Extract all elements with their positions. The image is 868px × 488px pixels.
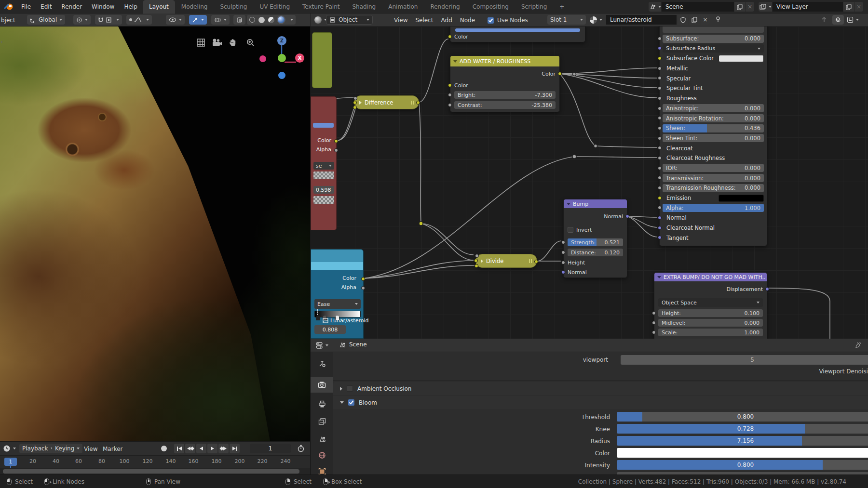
subsurface-radius-dropdown[interactable]: Subsurface Radius [663,44,764,53]
expand-icon[interactable] [359,101,362,105]
subsurface-slider[interactable]: Subsurface:0.000 [663,35,764,43]
interpolation-dropdown[interactable]: se [313,162,334,170]
socket[interactable] [658,76,662,80]
tab-texture-paint[interactable]: Texture Paint [296,0,346,13]
ambient-occlusion-checkbox[interactable] [347,385,353,392]
socket[interactable] [658,166,662,170]
socket[interactable] [658,86,662,90]
use-nodes-toggle[interactable]: Use Nodes [488,17,528,24]
socket-contrast[interactable] [448,103,452,107]
socket-color[interactable] [448,35,452,39]
tab-compositing[interactable]: Compositing [466,0,515,13]
play-button[interactable] [207,444,217,453]
view-layer-name-field[interactable]: View Layer [773,2,843,12]
solid-shading-button[interactable] [258,17,265,23]
node-header[interactable]: Bump [564,199,627,208]
tab-view-layer[interactable] [311,414,333,429]
subsurface-color-swatch[interactable] [719,55,764,62]
rendered-shading-button[interactable] [278,16,285,23]
node-lunar-asteroid[interactable]: Color Alpha Ease Lunar/asteroid 0.808 [311,249,364,339]
socket-scale[interactable] [652,330,656,334]
expand-icon[interactable] [340,387,342,391]
interpolation-dropdown[interactable]: Ease [314,299,361,309]
use-nodes-checkbox[interactable] [488,17,494,24]
bloom-color-swatch[interactable] [617,448,868,458]
view-menu[interactable]: View [84,446,97,452]
tab-object[interactable] [311,464,333,475]
view-layer-browse-button[interactable] [759,2,772,12]
current-frame-indicator[interactable]: 1 [4,458,17,466]
socket-height[interactable] [652,311,656,315]
socket-color1[interactable] [353,101,357,105]
view-layer-delete-button[interactable]: × [854,2,863,12]
menu-node[interactable]: Node [456,13,479,26]
socket-out[interactable] [416,101,420,105]
scene-delete-button[interactable]: × [746,2,754,12]
wireframe-shading-button[interactable] [249,17,255,23]
socket-color-out[interactable] [558,72,562,76]
tab-output[interactable] [311,396,333,412]
node-add-water[interactable]: ADD WATER / ROUGHNESS Color Color Bright… [450,55,560,112]
jump-to-end-button[interactable] [230,444,240,453]
properties-editor[interactable]: Scene viewport 5 Vie [310,339,868,475]
snapping-toggle[interactable] [832,15,844,25]
collapse-icon[interactable] [340,401,344,404]
next-keyframe-button[interactable] [218,444,229,453]
scene-browse-button[interactable] [649,2,661,12]
editor-type-dropdown[interactable] [315,341,328,350]
editor-type-dropdown[interactable] [314,15,327,25]
menu-file[interactable]: File [16,0,36,13]
midlevel-slider[interactable]: Midlevel:0.000 [658,319,763,327]
threshold-slider[interactable]: 0.800 [617,412,868,422]
socket-color-in[interactable] [448,83,452,87]
node-header[interactable]: ADD WATER / ROUGHNESS [450,56,559,66]
viewport-samples-slider[interactable]: 5 [621,355,868,365]
socket-out[interactable] [534,260,538,264]
timeline-ruler[interactable]: 1 20 40 60 80 100 120 140 160 180 200 22… [0,455,310,468]
menu-select[interactable]: Select [411,13,437,26]
image-row[interactable]: Lunar/asteroid [323,317,368,324]
gizmo-toggle[interactable] [189,15,207,25]
gizmo-neg-x-axis-ball[interactable] [259,55,266,62]
socket-fac[interactable] [353,96,357,100]
node-bump[interactable]: Bump Normal Invert Strength: 0.521 Dista… [563,199,627,278]
navigation-gizmo[interactable]: Z X [256,31,309,84]
socket-color[interactable] [334,139,338,143]
view-layer-new-button[interactable] [843,2,854,12]
radius-slider[interactable]: 7.156 [617,436,868,446]
fac-slider[interactable] [455,28,580,32]
socket-strength[interactable] [561,240,565,244]
timeline-mode-dropdown[interactable] [3,444,16,453]
scene-name-field[interactable]: Scene [662,2,734,12]
tab-animation[interactable]: Animation [382,0,424,13]
jump-to-start-button[interactable] [174,444,184,453]
socket-normal-out[interactable] [625,214,629,218]
socket[interactable] [658,46,662,50]
zoom-icon[interactable] [246,38,256,48]
collapse-icon[interactable] [567,203,570,205]
socket[interactable] [658,206,662,210]
orientation-dropdown[interactable]: Global [27,15,65,25]
timeline-scrollbar[interactable] [0,468,310,475]
tab-shading[interactable]: Shading [346,0,382,13]
playback-menu[interactable]: Playback [19,444,56,453]
alpha-slider[interactable]: Alpha:1.000 [663,204,764,212]
socket-alpha[interactable] [361,286,365,290]
menu-help[interactable]: Help [119,0,142,13]
mode-dropdown-partial[interactable]: bject [1,17,15,24]
socket-bright[interactable] [448,93,452,97]
pivot-dropdown[interactable] [73,15,91,25]
socket[interactable] [658,106,662,110]
blender-logo-icon[interactable] [4,0,14,13]
timeline-editor[interactable]: Playback Keying View Marker 1 1 20 40 60… [0,441,310,475]
tab-layout[interactable]: Layout [143,0,175,13]
colorband-2[interactable] [313,196,334,204]
socket-midlevel[interactable] [652,321,656,325]
socket-color[interactable] [361,277,365,281]
socket[interactable] [658,186,662,190]
transmission-roughness-slider[interactable]: Transmission Roughness:0.000 [663,184,764,192]
socket[interactable] [658,56,662,60]
node-divide[interactable]: Divide [475,254,537,268]
socket-normal-in[interactable] [561,270,565,274]
material-shading-button[interactable] [268,17,274,23]
